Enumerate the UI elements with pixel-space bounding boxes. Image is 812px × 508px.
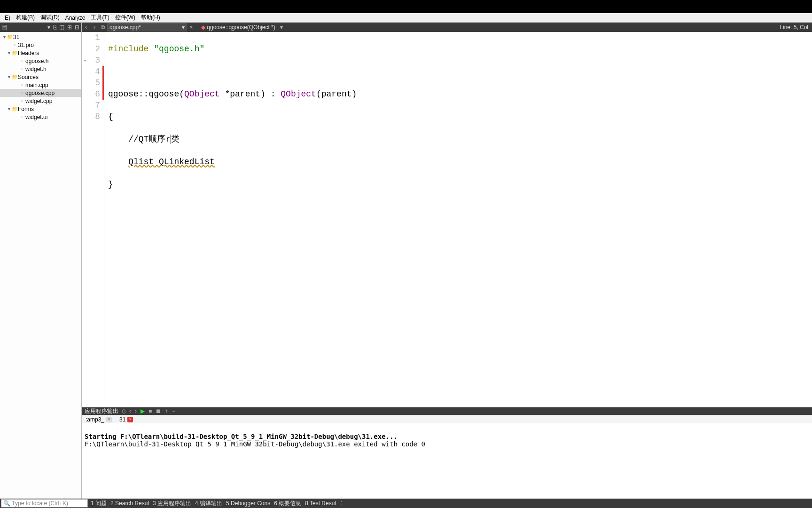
output-line: Starting F:\QTlearn\build-31-Desktop_Qt_… <box>85 433 398 440</box>
menu-controls[interactable]: 控件(W) <box>112 13 138 23</box>
link-icon[interactable]: ◫ <box>59 24 64 31</box>
close-file-icon[interactable]: × <box>187 24 195 31</box>
code-text: qgoose::qgoose( <box>108 89 184 99</box>
comment: 类 <box>171 135 180 144</box>
current-symbol: qgoose::qgoose(QObject *) <box>207 24 275 31</box>
output-panel-title: 应用程序输出 <box>85 407 118 415</box>
menu-help[interactable]: 帮助(H) <box>138 13 163 23</box>
project-sidebar: 目 ▾ ⎘ ◫ ⊞ ⊡ ▾31 31.pro ▾Headers qgoose.h… <box>0 23 82 499</box>
locator-input[interactable]: 🔍 Type to locate (Ctrl+K) <box>1 499 88 508</box>
tree-label: widget.cpp <box>25 98 52 104</box>
tree-project[interactable]: ▾31 <box>0 33 81 41</box>
close-tab-icon[interactable]: × <box>106 417 112 422</box>
tree-label: main.cpp <box>25 82 48 88</box>
tab-label: :amp3_ <box>86 416 104 423</box>
status-app-output[interactable]: 3 应用程序输出 <box>151 500 193 508</box>
type-name: QObject <box>184 89 220 99</box>
editor-toolbar: ‹ › ⧉ qgoose.cpp* ▾ × ◆ qgoose::qgoose(Q… <box>82 23 812 32</box>
output-settings-icon[interactable]: ⎙ <box>122 408 125 414</box>
keyword: #include <box>108 44 148 54</box>
brace: { <box>108 112 113 121</box>
chevron-down-icon[interactable]: ▾ <box>277 24 286 31</box>
status-issues[interactable]: 1 问题 <box>89 500 109 508</box>
status-debugger[interactable]: 5 Debugger Cons <box>224 500 272 507</box>
next-output-icon[interactable]: › <box>135 408 137 414</box>
expand-icon[interactable]: ⊞ <box>67 24 72 31</box>
string-literal: "qgoose.h" <box>154 44 204 54</box>
tree-label: Forms <box>18 106 34 112</box>
code-editor[interactable]: 1 2 3 ▾ 4 5 6 7 8 #include "qgoose.h" qg… <box>82 32 812 407</box>
line-number: 8 <box>82 111 100 122</box>
tree-label: qgoose.h <box>25 58 48 64</box>
status-search[interactable]: 2 Search Resul <box>109 500 151 507</box>
status-more-icon[interactable]: ÷ <box>338 500 345 507</box>
menu-analyze[interactable]: Analyze <box>62 14 88 22</box>
code-text: *parent) : <box>220 89 281 99</box>
menu-tools[interactable]: 工具(T) <box>88 13 112 23</box>
cpp-file-icon <box>19 82 25 87</box>
tree-label: Sources <box>18 74 39 80</box>
tree-label: Headers <box>18 50 39 56</box>
tree-widget-h[interactable]: widget.h <box>0 65 81 73</box>
nav-back-icon[interactable]: ‹ <box>82 24 90 31</box>
modified-line-marker <box>102 77 104 88</box>
code-content[interactable]: #include "qgoose.h" qgoose::qgoose(QObje… <box>104 32 357 407</box>
fold-icon[interactable]: ▾ <box>84 56 86 67</box>
comment: //QT顺序r <box>128 135 171 144</box>
header-file-icon <box>19 66 25 71</box>
tree-main-cpp[interactable]: main.cpp <box>0 81 81 89</box>
folder-icon <box>11 74 18 79</box>
ui-file-icon <box>19 114 25 119</box>
modified-line-marker <box>102 88 104 100</box>
close-tab-icon[interactable]: × <box>127 417 133 422</box>
nav-fwd-icon[interactable]: › <box>90 24 99 31</box>
output-panel-header: 应用程序输出 ⎙ ‹ › ▶ ■ ⏹ + − <box>82 407 812 415</box>
status-summary[interactable]: 6 概要信息 <box>272 500 303 508</box>
project-selector[interactable]: 目 <box>2 24 45 32</box>
tab-label: 31 <box>119 416 125 423</box>
run-icon[interactable]: ▶ <box>141 408 145 414</box>
output-line: F:\QTlearn\build-31-Desktop_Qt_5_9_1_Min… <box>85 440 425 448</box>
status-compile[interactable]: 4 编译输出 <box>193 500 224 508</box>
tree-label: widget.h <box>25 66 47 72</box>
dropdown-icon[interactable]: ▾ <box>47 24 50 31</box>
prev-output-icon[interactable]: ‹ <box>129 408 131 414</box>
menu-debug[interactable]: 调试(D) <box>38 13 62 23</box>
menu-build[interactable]: 构建(B) <box>13 13 38 23</box>
remove-output-icon[interactable]: − <box>172 408 175 414</box>
tree-pro-file[interactable]: 31.pro <box>0 41 81 49</box>
cursor-position: Line: 5, Col <box>776 24 812 31</box>
filter-icon[interactable]: ⎘ <box>53 24 56 31</box>
tree-qgoose-h[interactable]: qgoose.h <box>0 57 81 65</box>
tree-widget-cpp[interactable]: widget.cpp <box>0 97 81 105</box>
status-test[interactable]: 8 Test Resul <box>303 500 338 507</box>
sidebar-toolbar: 目 ▾ ⎘ ◫ ⊞ ⊡ <box>0 23 81 32</box>
code-text: (parent) <box>316 89 357 99</box>
open-file-dropdown[interactable]: qgoose.cpp* ▾ <box>107 23 187 32</box>
folder-icon <box>11 106 18 111</box>
tree-widget-ui[interactable]: widget.ui <box>0 113 81 121</box>
output-tab-31[interactable]: 31× <box>116 416 137 423</box>
warning-underline: Qlist QLinkedList <box>128 157 215 167</box>
tree-label: 31.pro <box>18 42 34 48</box>
project-tree: ▾31 31.pro ▾Headers qgoose.h widget.h ▾S… <box>0 32 81 499</box>
locator-placeholder: Type to locate (Ctrl+K) <box>12 500 68 507</box>
tree-label: widget.ui <box>25 114 47 120</box>
output-tabs: :amp3_× 31× <box>82 415 812 423</box>
menu-file-trunc[interactable]: E) <box>2 14 13 22</box>
tree-qgoose-cpp[interactable]: qgoose.cpp <box>0 89 81 97</box>
output-tab-amp3[interactable]: :amp3_× <box>82 416 116 423</box>
file-type-icon: ⧉ <box>99 24 107 31</box>
add-output-icon[interactable]: + <box>165 408 168 414</box>
split-icon[interactable]: ⊡ <box>75 24 79 31</box>
line-number: 5 <box>82 77 100 88</box>
tree-headers[interactable]: ▾Headers <box>0 49 81 57</box>
tree-forms[interactable]: ▾Forms <box>0 105 81 113</box>
tree-sources[interactable]: ▾Sources <box>0 73 81 81</box>
status-bar: 🔍 Type to locate (Ctrl+K) 1 问题 2 Search … <box>0 499 812 508</box>
symbol-dropdown[interactable]: ◆ qgoose::qgoose(QObject *) <box>199 24 277 31</box>
stop-all-icon[interactable]: ⏹ <box>156 408 161 414</box>
symbol-icon: ◆ <box>201 24 205 31</box>
output-console[interactable]: Starting F:\QTlearn\build-31-Desktop_Qt_… <box>82 423 812 499</box>
stop-icon[interactable]: ■ <box>148 408 152 414</box>
